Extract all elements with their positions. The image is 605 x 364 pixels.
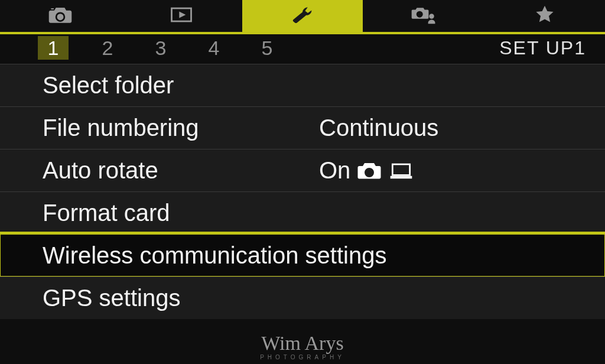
wrench-icon — [290, 5, 315, 27]
watermark: Wim Arys PHOTOGRAPHY — [260, 333, 345, 360]
tab-shoot[interactable] — [0, 0, 121, 32]
menu-item-label: Select folder — [43, 72, 174, 99]
menu-item-format-card[interactable]: Format card — [0, 191, 605, 234]
menu-item-auto-rotate[interactable]: Auto rotate On — [0, 149, 605, 191]
menu-item-label: Auto rotate — [43, 157, 158, 184]
sub-tab-4[interactable]: 4 — [200, 36, 228, 60]
menu-item-label: Format card — [43, 200, 170, 226]
sub-tab-1[interactable]: 1 — [38, 36, 69, 60]
tab-setup[interactable] — [242, 0, 363, 32]
svg-rect-1 — [393, 164, 410, 175]
camera-solid-icon — [356, 160, 382, 181]
sub-tab-3[interactable]: 3 — [147, 36, 175, 60]
menu-item-value-text: On — [319, 157, 350, 184]
camera-menu-screen: 1 2 3 4 5 SET UP1 Select folder File num… — [0, 0, 605, 364]
tab-custom[interactable] — [363, 0, 484, 32]
watermark-main: Wim Arys — [261, 332, 343, 354]
top-tab-bar — [0, 0, 605, 32]
menu-item-value: On — [319, 157, 414, 184]
menu-item-label: GPS settings — [43, 285, 180, 311]
menu-item-wireless-settings[interactable]: Wireless communication settings — [0, 234, 605, 277]
menu-item-value: Continuous — [319, 115, 438, 141]
tab-mymenu[interactable] — [484, 0, 605, 32]
settings-menu: Select folder File numbering Continuous … — [0, 64, 605, 319]
camera-icon — [47, 5, 73, 27]
laptop-icon — [388, 160, 414, 181]
sub-tab-2[interactable]: 2 — [93, 36, 122, 60]
star-icon — [532, 5, 558, 27]
menu-item-select-folder[interactable]: Select folder — [0, 64, 605, 106]
menu-item-label: File numbering — [43, 115, 199, 141]
camera-person-icon — [411, 5, 437, 27]
sub-tab-5[interactable]: 5 — [253, 36, 281, 60]
watermark-sub: PHOTOGRAPHY — [260, 355, 345, 360]
tab-play[interactable] — [121, 0, 242, 32]
menu-item-label: Wireless communication settings — [43, 242, 386, 269]
page-section-label: SET UP1 — [499, 34, 586, 61]
playback-icon — [168, 5, 194, 27]
menu-item-gps-settings[interactable]: GPS settings — [0, 277, 605, 319]
sub-tab-row: 1 2 3 4 5 SET UP1 — [0, 34, 605, 61]
menu-item-file-numbering[interactable]: File numbering Continuous — [0, 106, 605, 149]
